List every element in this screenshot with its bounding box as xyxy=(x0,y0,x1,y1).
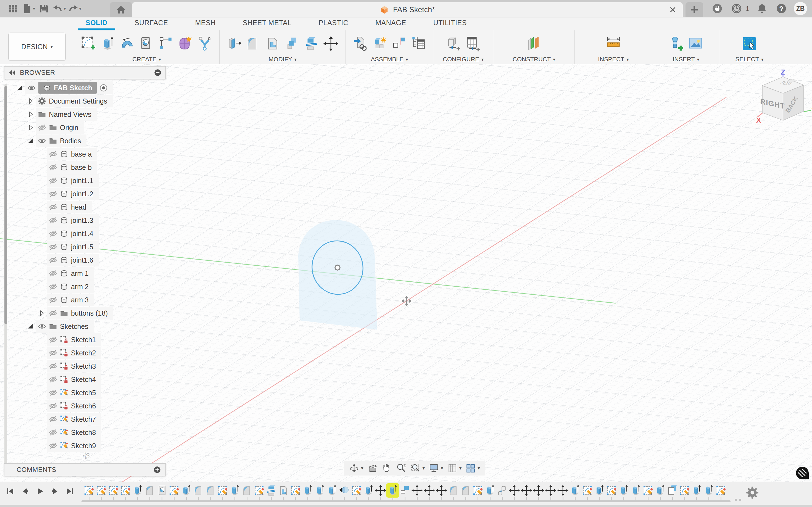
browser-row[interactable]: Sketch8 xyxy=(4,426,166,439)
browser-row-body[interactable]: Sketch9 xyxy=(47,439,101,452)
workspace-selector[interactable]: DESIGN▾ xyxy=(8,33,66,61)
browser-row[interactable]: joint1.4 xyxy=(4,227,166,240)
insert-fastener-button[interactable] xyxy=(668,35,685,52)
chevron-down-icon[interactable]: ▾ xyxy=(361,465,364,471)
shell-button[interactable] xyxy=(264,35,281,52)
browser-row-body[interactable]: joint1.3 xyxy=(47,214,99,227)
visibility-toggle-eye-off-icon[interactable] xyxy=(49,216,57,225)
look-at-button[interactable] xyxy=(367,463,378,473)
group-label-select[interactable]: SELECT▾ xyxy=(736,56,764,63)
timeline-feature-sketch[interactable] xyxy=(168,484,180,501)
visibility-toggle-eye-off-icon[interactable] xyxy=(49,282,57,291)
new-document-button[interactable] xyxy=(686,2,703,17)
timeline-feature-extrude[interactable] xyxy=(362,484,375,501)
create-sketch-button[interactable] xyxy=(80,35,97,52)
collapse-toggle-icon[interactable] xyxy=(26,322,36,331)
browser-row-body[interactable]: Sketch8 xyxy=(47,426,101,439)
timeline-feature-extrude[interactable] xyxy=(302,484,314,501)
browser-row[interactable]: Sketch4 xyxy=(4,373,166,386)
browser-row[interactable]: Sketch7 xyxy=(4,412,166,426)
collapse-panel-icon[interactable] xyxy=(8,69,16,76)
browser-row[interactable]: joint1.3 xyxy=(4,214,166,227)
browser-row[interactable]: head xyxy=(4,201,166,214)
visibility-toggle-eye-off-icon[interactable] xyxy=(49,336,57,344)
browser-row[interactable]: Named Views xyxy=(4,108,166,121)
browser-row[interactable]: buttons (18) xyxy=(4,306,166,320)
pipe-button[interactable] xyxy=(196,35,213,52)
browser-scrollbar[interactable] xyxy=(4,84,7,468)
tab-surface[interactable]: SURFACE xyxy=(127,17,176,31)
timeline-feature-move[interactable] xyxy=(520,484,533,501)
timeline-feature-extrude[interactable] xyxy=(617,484,630,501)
feedback-bubble-icon[interactable] xyxy=(796,467,809,480)
timeline-feature-fillet[interactable] xyxy=(447,484,459,501)
timeline-feature-extrude[interactable] xyxy=(691,484,703,501)
expand-toggle-icon[interactable] xyxy=(37,308,47,318)
activate-component-radio[interactable] xyxy=(99,84,108,92)
timeline-feature-move[interactable] xyxy=(557,484,569,501)
timeline-feature-sketch[interactable] xyxy=(107,484,119,501)
pan-button[interactable] xyxy=(382,463,392,473)
collapse-toggle-icon[interactable] xyxy=(26,136,36,146)
visibility-toggle-eye-off-icon[interactable] xyxy=(49,190,57,198)
timeline-feature-extrude-highlighted[interactable] xyxy=(387,484,399,501)
timeline-feature-fillet[interactable] xyxy=(204,484,217,501)
plugin-icon[interactable] xyxy=(710,2,724,15)
measure-button[interactable] xyxy=(605,35,622,52)
visibility-toggle-eye-icon[interactable] xyxy=(38,322,46,331)
timeline-feature-move[interactable] xyxy=(423,484,435,501)
visibility-toggle-eye-icon[interactable] xyxy=(28,84,36,92)
timeline-feature-extrude[interactable] xyxy=(229,484,241,501)
visibility-toggle-eye-off-icon[interactable] xyxy=(49,375,57,384)
home-tab[interactable] xyxy=(110,2,132,17)
timeline-feature-move[interactable] xyxy=(508,484,520,501)
timeline-feature-sketch[interactable] xyxy=(350,484,362,501)
bell-icon[interactable] xyxy=(755,2,769,15)
visibility-toggle-eye-off-icon[interactable] xyxy=(49,362,57,370)
browser-row-body[interactable]: joint1.6 xyxy=(47,254,99,267)
browser-row[interactable]: Document Settings xyxy=(4,95,166,108)
tab-manage[interactable]: MANAGE xyxy=(368,17,414,31)
combine-button[interactable] xyxy=(284,35,301,52)
group-label-inspect[interactable]: INSPECT▾ xyxy=(598,56,629,63)
visibility-toggle-eye-off-icon[interactable] xyxy=(49,349,57,357)
visibility-toggle-eye-off-icon[interactable] xyxy=(49,243,57,251)
close-document-button[interactable] xyxy=(667,4,678,15)
timeline-feature-extrude[interactable] xyxy=(569,484,581,501)
timeline-feature-extrude[interactable] xyxy=(484,484,496,501)
timeline-feature-extrude[interactable] xyxy=(314,484,326,501)
group-label-insert[interactable]: INSERT▾ xyxy=(672,56,699,63)
scrollbar-thumb[interactable] xyxy=(4,86,7,324)
browser-row[interactable]: Sketches xyxy=(4,320,166,333)
press-pull-button[interactable] xyxy=(226,35,243,52)
step-forward-button[interactable] xyxy=(50,487,60,496)
visibility-toggle-eye-off-icon[interactable] xyxy=(49,269,57,278)
timeline-feature-sketch[interactable] xyxy=(119,484,131,501)
chevron-down-icon[interactable]: ▾ xyxy=(459,465,462,471)
browser-row-body[interactable]: Sketch2 xyxy=(47,347,101,359)
timeline-feature-sketch[interactable] xyxy=(253,484,265,501)
timeline-feature-split[interactable] xyxy=(265,484,277,501)
visibility-toggle-eye-off-icon[interactable] xyxy=(49,229,57,238)
browser-row[interactable]: joint1.1 xyxy=(4,174,166,187)
play-button[interactable] xyxy=(35,487,45,496)
timeline-feature-revolve[interactable] xyxy=(338,484,350,501)
avatar[interactable]: ZB xyxy=(794,2,807,15)
timeline-feature-extrude[interactable] xyxy=(654,484,666,501)
browser-row-body[interactable]: base a xyxy=(47,148,97,160)
insert-derive-button[interactable] xyxy=(352,35,369,52)
zoom-button[interactable] xyxy=(396,463,407,473)
orbit-button[interactable]: ▾ xyxy=(349,463,364,473)
browser-row[interactable]: Sketch9 xyxy=(4,439,166,452)
group-label-assemble[interactable]: ASSEMBLE▾ xyxy=(371,56,408,63)
canvas-button[interactable] xyxy=(687,35,704,52)
browser-row[interactable]: joint1.6 xyxy=(4,253,166,267)
browser-row[interactable]: arm 2 xyxy=(4,280,166,293)
move-button[interactable] xyxy=(322,35,339,52)
select-button[interactable] xyxy=(741,35,758,52)
collapse-toggle-icon[interactable] xyxy=(15,83,25,93)
grid-display-button[interactable]: ▾ xyxy=(447,463,462,473)
timeline-feature-sketch[interactable] xyxy=(715,484,727,501)
timeline-settings-gear-icon[interactable] xyxy=(746,486,759,499)
group-label-create[interactable]: CREATE▾ xyxy=(132,56,161,63)
